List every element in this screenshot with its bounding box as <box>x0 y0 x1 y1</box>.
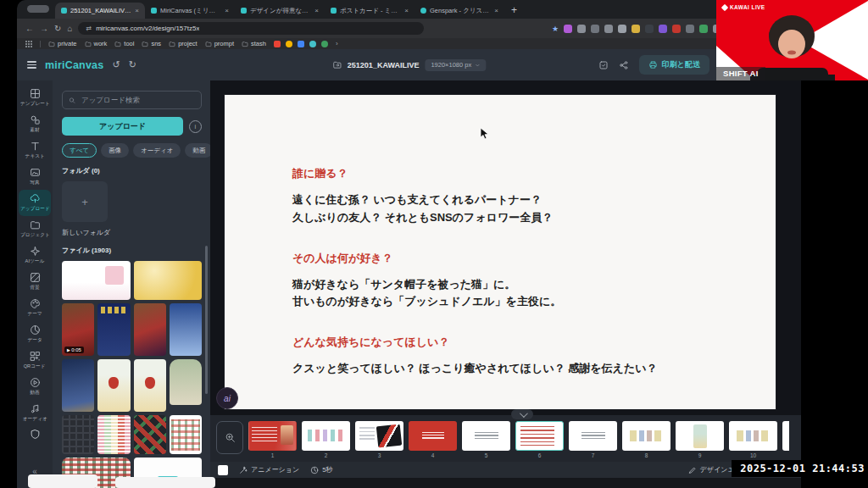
filmstrip-page[interactable]: 10 <box>729 421 777 458</box>
canvas-text-block[interactable]: その人は何が好き？ <box>292 251 750 266</box>
filmstrip-page[interactable]: 3 <box>355 421 403 458</box>
file-thumbnail[interactable] <box>97 359 130 412</box>
sidebar-item[interactable]: 動画 <box>19 374 51 400</box>
tab-close-icon[interactable]: × <box>314 7 319 14</box>
forward-icon[interactable]: → <box>40 25 48 33</box>
sidebar-item[interactable]: プロジェクト <box>19 216 51 242</box>
sidebar-item[interactable]: テキスト <box>19 137 51 164</box>
canvas-text-block[interactable]: 誰に贈る？ <box>292 166 750 181</box>
apps-grid-icon[interactable] <box>25 41 32 47</box>
new-folder-label[interactable]: 新しいフォルダ <box>62 228 202 237</box>
canvas-text-block[interactable]: 猫が好きなら「サンタ帽子を被った猫」に。 甘いものが好きなら「ブッシュドノエル」… <box>292 276 750 312</box>
new-tab-button[interactable]: + <box>511 4 517 16</box>
tab-close-icon[interactable]: × <box>225 7 229 14</box>
design-canvas-page[interactable]: 誰に贈る？遠くに住む孫？ いつも支えてくれるパートナー？ 久しぶりの友人？ それ… <box>225 95 776 409</box>
page-thumbnail[interactable] <box>462 421 510 451</box>
bookmark-folder[interactable]: tool <box>114 40 134 47</box>
panel-scrollbar[interactable] <box>205 246 208 394</box>
file-thumbnail[interactable] <box>170 415 202 454</box>
filmstrip-page[interactable]: 8 <box>622 421 670 458</box>
bookmarks-overflow-icon[interactable]: › <box>336 40 338 47</box>
bookmark-app-icon[interactable] <box>274 41 281 47</box>
sidebar-item[interactable]: 素材 <box>19 111 51 137</box>
bookmark-star-icon[interactable]: ★ <box>552 25 559 33</box>
share-icon[interactable] <box>619 60 629 70</box>
extension-icon[interactable] <box>645 25 654 33</box>
brand-shield-icon[interactable] <box>30 429 41 440</box>
page-overview-button[interactable] <box>216 421 243 454</box>
add-folder-tile[interactable]: + <box>62 181 108 222</box>
file-thumbnail[interactable] <box>97 415 130 454</box>
file-thumbnail[interactable]: 0:05 <box>62 303 94 356</box>
bookmark-folder[interactable]: work <box>85 40 108 47</box>
filmstrip-page[interactable]: 1 <box>248 421 297 458</box>
extension-icon[interactable] <box>564 25 572 33</box>
filmstrip-page[interactable]: 5 <box>462 421 510 458</box>
file-thumbnail[interactable] <box>134 303 166 356</box>
bookmark-app-icon[interactable] <box>298 41 304 47</box>
sidebar-item[interactable]: テンプレート <box>19 85 51 111</box>
filmstrip-page[interactable]: 4 <box>409 421 457 458</box>
browser-tab[interactable]: ポストカード - ミリキャンバス × <box>325 3 415 19</box>
browser-tab[interactable]: MiriCanvas (ミリキャンバス) × <box>145 3 235 19</box>
extension-icon[interactable] <box>699 25 708 33</box>
url-text[interactable]: miricanvas.com/v2/design/157tz5x <box>96 25 199 32</box>
sidebar-item[interactable]: データ <box>19 321 51 347</box>
page-thumbnail-partial[interactable] <box>782 421 789 451</box>
tab-switch-icon[interactable]: ⇄ <box>86 25 92 32</box>
folder-move-icon[interactable] <box>332 60 342 69</box>
upload-search-input[interactable] <box>80 95 195 105</box>
duration-button[interactable]: 5秒 <box>310 465 332 474</box>
filter-chip[interactable]: オーディオ <box>133 143 181 158</box>
back-icon[interactable]: ← <box>25 25 34 33</box>
bookmark-folder[interactable]: private <box>48 40 77 47</box>
sidebar-item[interactable]: QRコード <box>19 347 51 374</box>
page-thumbnail[interactable] <box>248 421 297 451</box>
window-controls[interactable] <box>27 5 49 13</box>
upload-search[interactable] <box>62 91 202 109</box>
canvas-text-block[interactable]: クスッと笑ってほしい？ ほっこり癒やされてほしい？ 感謝を伝えたい？ <box>292 360 750 378</box>
file-thumbnail[interactable] <box>62 359 94 412</box>
canvas-text-block[interactable]: 遠くに住む孫？ いつも支えてくれるパートナー？ 久しぶりの友人？ それともSNS… <box>292 191 750 227</box>
miricanvas-logo[interactable]: miriCanvas <box>45 59 103 71</box>
page-color-swatch[interactable] <box>218 465 228 475</box>
bookmark-app-icon[interactable] <box>309 41 316 47</box>
canvas-size-chip[interactable]: 1920×1080 px <box>425 59 486 71</box>
file-thumbnail[interactable] <box>134 261 203 300</box>
menu-icon[interactable] <box>27 61 36 69</box>
page-thumbnail[interactable] <box>729 421 777 451</box>
bookmark-folder[interactable]: project <box>169 40 198 47</box>
file-thumbnail[interactable] <box>62 261 131 300</box>
home-icon[interactable]: ⌂ <box>67 25 72 33</box>
page-thumbnail[interactable] <box>622 421 670 451</box>
file-thumbnail[interactable] <box>134 359 166 412</box>
bookmark-folder[interactable]: sns <box>142 40 161 47</box>
filter-chip[interactable]: すべて <box>62 143 97 158</box>
bookmark-app-icon[interactable] <box>286 41 292 47</box>
filmstrip-page[interactable]: 2 <box>302 421 350 458</box>
extension-icon[interactable] <box>604 25 613 33</box>
bookmark-folder[interactable]: stash <box>242 40 266 47</box>
filmstrip-page[interactable]: 9 <box>676 421 724 458</box>
file-thumbnail[interactable] <box>170 359 202 405</box>
page-thumbnail[interactable] <box>515 421 564 451</box>
redo-icon[interactable]: ↻ <box>129 59 136 70</box>
sidebar-item[interactable]: アップロード <box>19 190 51 216</box>
file-thumbnail[interactable] <box>134 415 166 454</box>
page-thumbnail[interactable] <box>676 421 724 451</box>
canvas-text-block[interactable]: どんな気持ちになってほしい？ <box>292 335 750 350</box>
extension-icon[interactable] <box>591 25 599 33</box>
extension-icon[interactable] <box>672 25 681 33</box>
extension-icon[interactable] <box>577 25 586 33</box>
filmstrip-collapse-icon[interactable] <box>511 409 533 419</box>
browser-tab[interactable]: 251201_KAWAILIVE - ミリキ… × <box>55 3 145 19</box>
sidebar-item[interactable]: オーディオ <box>19 400 51 426</box>
file-thumbnail[interactable] <box>62 415 94 454</box>
bookmark-folder[interactable]: prompt <box>205 40 234 47</box>
browser-tab[interactable]: Genspark - クリスマス グリー… × <box>415 3 504 19</box>
tab-close-icon[interactable]: × <box>494 7 498 14</box>
file-thumbnail[interactable] <box>97 303 130 356</box>
info-icon[interactable]: i <box>189 120 202 133</box>
address-bar[interactable]: ⇄ miricanvas.com/v2/design/157tz5x <box>78 22 424 35</box>
filmstrip-page[interactable]: 7 <box>569 421 617 458</box>
